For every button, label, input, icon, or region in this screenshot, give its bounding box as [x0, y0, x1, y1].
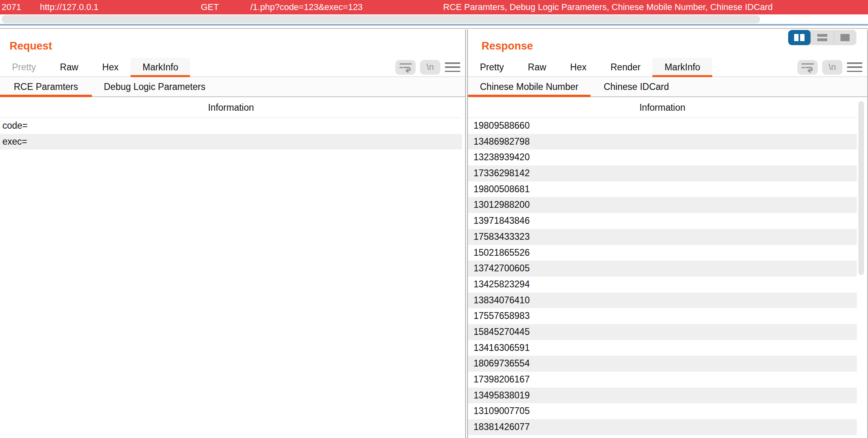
- vertical-scrollbar-thumb[interactable]: [858, 101, 864, 275]
- response-tab-markinfo[interactable]: MarkInfo: [652, 58, 712, 76]
- table-row[interactable]: 13416306591: [468, 340, 857, 356]
- table-row[interactable]: 13012988200: [468, 197, 857, 213]
- response-tab-hex[interactable]: Hex: [558, 58, 598, 76]
- two-columns-layout-button[interactable]: [788, 30, 811, 45]
- table-row[interactable]: 19800508681: [468, 181, 857, 197]
- history-row-method: GET: [201, 0, 219, 14]
- response-tab-raw[interactable]: Raw: [516, 58, 558, 76]
- two-columns-layout-icon: [794, 34, 805, 41]
- request-subtab-debug-logic-parameters[interactable]: Debug Logic Parameters: [92, 77, 217, 96]
- response-header: Response: [468, 30, 867, 58]
- request-subtab-rce-paramters[interactable]: RCE Paramters: [0, 77, 92, 96]
- hamburger-menu-icon[interactable]: [847, 62, 862, 72]
- response-subtab-chinese-mobile-number[interactable]: Chinese Mobile Number: [468, 77, 591, 96]
- table-row[interactable]: exec=: [0, 134, 462, 150]
- request-response-split: Request PrettyRawHexMarkInfo \n: [0, 30, 868, 438]
- request-tabs: PrettyRawHexMarkInfo: [0, 58, 190, 76]
- history-row-id: 2071: [2, 0, 21, 14]
- soft-wrap-icon: [399, 62, 412, 73]
- response-toolbar: \n: [797, 58, 867, 76]
- newline-toggle-button[interactable]: \n: [822, 60, 842, 75]
- response-tabs: PrettyRawHexRenderMarkInfo: [468, 58, 712, 76]
- panel-splitter[interactable]: [465, 30, 468, 438]
- request-panel: Request PrettyRawHexMarkInfo \n: [0, 30, 465, 438]
- table-row[interactable]: 17557658983: [468, 308, 857, 324]
- table-row[interactable]: 13834076410: [468, 293, 857, 309]
- newline-toggle-button[interactable]: \n: [420, 60, 440, 75]
- table-row[interactable]: code=: [0, 118, 462, 134]
- table-row[interactable]: 13238939420: [468, 149, 857, 165]
- request-header: Request: [0, 30, 465, 58]
- response-subtab-chinese-idcard[interactable]: Chinese IDCard: [591, 77, 682, 96]
- table-row[interactable]: 13425823294: [468, 277, 857, 293]
- table-row[interactable]: 13109007705: [468, 403, 857, 419]
- request-tab-raw[interactable]: Raw: [48, 58, 90, 76]
- request-title: Request: [10, 40, 52, 52]
- response-tab-render[interactable]: Render: [598, 58, 652, 76]
- splitter-accent-line: [0, 24, 868, 26]
- stacked-rows-layout-button[interactable]: [811, 30, 834, 45]
- request-table-header[interactable]: Information: [0, 97, 462, 118]
- table-row[interactable]: 18069736554: [468, 356, 857, 372]
- response-markinfo-subtabs: Chinese Mobile NumberChinese IDCard: [468, 77, 867, 97]
- stacked-rows-layout-icon: [817, 34, 827, 41]
- request-table: code=exec=: [0, 118, 462, 149]
- table-row[interactable]: 15021865526: [468, 245, 857, 261]
- request-tab-markinfo[interactable]: MarkInfo: [131, 58, 190, 76]
- table-row[interactable]: 13971843846: [468, 213, 857, 229]
- history-row-markinfo: RCE Paramters, Debug Logic Parameters, C…: [443, 0, 773, 14]
- soft-wrap-button[interactable]: [395, 60, 416, 75]
- table-row[interactable]: 19809588660: [468, 118, 857, 134]
- table-row[interactable]: 15845270445: [468, 324, 857, 340]
- table-row[interactable]: 13495838019: [468, 388, 857, 404]
- hamburger-menu-icon[interactable]: [445, 62, 460, 72]
- single-panel-layout-button[interactable]: [834, 30, 856, 45]
- horizontal-scrollbar-thumb[interactable]: [2, 15, 760, 23]
- request-tab-pretty[interactable]: Pretty: [0, 58, 48, 76]
- table-row[interactable]: 17398206167: [468, 372, 857, 388]
- request-tabbar: PrettyRawHexMarkInfo \n: [0, 58, 465, 77]
- layout-toggle: [788, 30, 856, 45]
- request-tab-hex[interactable]: Hex: [90, 58, 131, 76]
- single-panel-layout-icon: [840, 34, 850, 41]
- horizontal-scrollbar-track[interactable]: [0, 14, 868, 24]
- history-row-host: http://127.0.0.1: [40, 0, 99, 14]
- table-row[interactable]: 13742700605: [468, 261, 857, 277]
- panel-top-border: [0, 28, 868, 29]
- response-table-header[interactable]: Information: [468, 97, 857, 118]
- table-row[interactable]: 13486982798: [468, 134, 857, 150]
- response-table: 1980958866013486982798132389394201733629…: [468, 118, 857, 435]
- response-tab-pretty[interactable]: Pretty: [468, 58, 516, 76]
- selected-history-row[interactable]: 2071 http://127.0.0.1 GET /1.php?code=12…: [0, 0, 868, 14]
- request-markinfo-subtabs: RCE ParamtersDebug Logic Parameters: [0, 77, 465, 97]
- response-tabbar: PrettyRawHexRenderMarkInfo \n: [468, 58, 867, 77]
- response-title: Response: [482, 40, 533, 52]
- response-panel: Response PrettyRawHexRenderMarkInfo \n: [468, 30, 868, 438]
- table-row[interactable]: 18381426077: [468, 419, 857, 435]
- soft-wrap-icon: [801, 62, 814, 73]
- table-row[interactable]: 17583433323: [468, 229, 857, 245]
- soft-wrap-button[interactable]: [797, 60, 818, 75]
- request-toolbar: \n: [395, 58, 465, 76]
- history-row-url: /1.php?code=123&exec=123: [250, 0, 363, 14]
- table-row[interactable]: 17336298142: [468, 165, 857, 181]
